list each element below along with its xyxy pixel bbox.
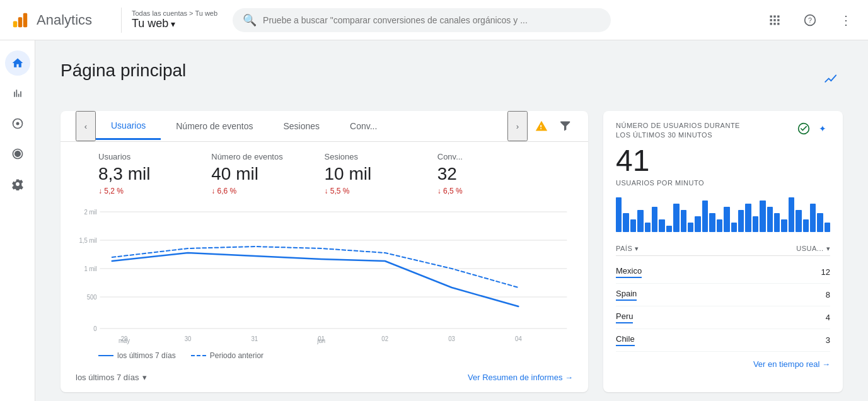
insights-button[interactable]	[818, 66, 843, 91]
mini-bar	[681, 210, 686, 232]
tab-usuarios[interactable]: Usuarios	[96, 113, 161, 140]
legend-line-solid	[98, 355, 113, 356]
app-header: Analytics Todas las cuentas > Tu web Tu …	[0, 0, 868, 40]
legend-line-dashed	[191, 355, 206, 356]
svg-rect-1	[18, 17, 22, 27]
svg-text:1,5 mil: 1,5 mil	[79, 237, 96, 244]
realtime-sparkle-button[interactable]: ✦	[815, 121, 830, 136]
mini-bar	[724, 207, 729, 232]
svg-text:1 mil: 1 mil	[84, 265, 96, 272]
chart-area: 2 mil 1,5 mil 1 mil 500 0 29 may 30 31 0…	[61, 206, 588, 346]
site-selector[interactable]: Tu web ▾	[132, 17, 217, 30]
tabs-next-button[interactable]: ›	[507, 111, 528, 141]
mini-bar	[767, 207, 773, 232]
svg-rect-2	[23, 13, 27, 26]
svg-rect-6	[770, 19, 772, 21]
app-layout: Página principal ‹ Usuarios Número de ev…	[0, 0, 868, 401]
mini-bar	[673, 204, 679, 232]
svg-text:03: 03	[448, 335, 455, 342]
mini-bar	[810, 204, 816, 232]
svg-text:2 mil: 2 mil	[84, 209, 96, 216]
svg-text:30: 30	[185, 335, 192, 342]
sidebar-item-advertising[interactable]	[5, 141, 30, 166]
country-value: 3	[826, 335, 830, 345]
country-table-header: PAÍS ▾ USUA... ▾	[616, 242, 830, 256]
apps-grid-button[interactable]	[762, 8, 787, 33]
realtime-footer: Ver en tiempo real →	[616, 352, 830, 369]
svg-rect-10	[773, 23, 775, 25]
advertising-icon	[11, 148, 24, 160]
metric-conv: Conv... 32 ↓ 6,5 %	[437, 152, 550, 195]
breadcrumb-top: Todas las cuentas > Tu web	[132, 9, 217, 17]
table-row: Peru 4	[616, 306, 830, 329]
metric-label-0: Usuarios	[98, 152, 211, 161]
country-value: 4	[826, 313, 830, 322]
tab-sesiones[interactable]: Sesiones	[268, 113, 335, 139]
svg-text:04: 04	[515, 335, 522, 342]
mini-bar	[645, 223, 651, 232]
sidebar-item-reports[interactable]	[5, 81, 30, 106]
realtime-header: NÚMERO DE USUARIOS DURANTE LOS ÚLTIMOS 3…	[616, 121, 830, 141]
sidebar-item-explore[interactable]	[5, 111, 30, 136]
sidebar-item-home[interactable]	[5, 50, 30, 76]
cards-row: ‹ Usuarios Número de eventos Sesiones Co…	[61, 111, 843, 392]
mini-bar	[616, 197, 622, 232]
tab-eventos[interactable]: Número de eventos	[161, 113, 268, 139]
view-realtime-link[interactable]: Ver en tiempo real →	[753, 359, 830, 369]
tabs-prev-button[interactable]: ‹	[76, 111, 96, 141]
svg-rect-3	[770, 15, 772, 17]
configure-icon	[11, 178, 24, 190]
realtime-title: NÚMERO DE USUARIOS DURANTE LOS ÚLTIMOS 3…	[616, 121, 755, 141]
date-range-selector[interactable]: los últimos 7 días ▾	[76, 373, 147, 382]
more-options-button[interactable]: ⋮	[833, 8, 858, 33]
search-bar[interactable]: 🔍	[233, 8, 611, 32]
main-content: Página principal ‹ Usuarios Número de ev…	[35, 40, 868, 401]
col-header-country[interactable]: PAÍS ▾	[616, 245, 639, 253]
metric-usuarios: Usuarios 8,3 mil ↓ 5,2 %	[98, 152, 211, 195]
alert-icon-button[interactable]	[533, 117, 550, 135]
mini-bar	[709, 213, 715, 232]
col-header-users[interactable]: USUA... ▾	[796, 245, 830, 253]
customize-button[interactable]	[555, 117, 573, 135]
metric-number-0: 8,3 mil	[98, 164, 211, 184]
reports-icon	[11, 87, 24, 100]
search-icon: 🔍	[243, 13, 257, 27]
metric-change-0: ↓ 5,2 %	[98, 187, 211, 195]
svg-rect-5	[777, 15, 779, 17]
search-input[interactable]	[263, 15, 601, 25]
svg-text:0: 0	[93, 325, 97, 332]
country-table: Mexico 12 Spain 8 Peru 4 Chile 3	[616, 261, 830, 352]
table-row: Mexico 12	[616, 261, 830, 284]
legend-current: los últimos 7 días	[98, 351, 176, 360]
svg-rect-0	[13, 21, 17, 27]
realtime-actions: ✦	[797, 121, 830, 136]
sidebar-item-configure[interactable]	[5, 171, 30, 197]
metric-change-2: ↓ 5,5 %	[325, 187, 437, 195]
col-sort-icon: ▾	[635, 245, 639, 253]
date-range-chevron: ▾	[142, 373, 147, 382]
app-name: Analytics	[37, 12, 92, 28]
mini-bar	[789, 197, 794, 232]
metric-sesiones: Sesiones 10 mil ↓ 5,5 %	[325, 152, 437, 195]
mini-bar	[637, 210, 643, 232]
metric-number-2: 10 mil	[325, 164, 437, 184]
help-button[interactable]: ?	[797, 8, 823, 33]
header-divider	[121, 8, 122, 33]
metric-label-2: Sesiones	[325, 152, 437, 161]
mini-bar	[702, 200, 708, 232]
realtime-card: NÚMERO DE USUARIOS DURANTE LOS ÚLTIMOS 3…	[603, 111, 843, 392]
home-icon	[11, 57, 24, 69]
view-reports-link[interactable]: Ver Resumen de informes →	[468, 373, 573, 382]
svg-rect-7	[773, 19, 775, 21]
mini-bar	[825, 223, 830, 232]
customize-icon	[558, 120, 570, 132]
mini-bar	[745, 204, 751, 232]
chart-legend: los últimos 7 días Periodo anterior	[61, 346, 588, 365]
metric-change-1: ↓ 6,6 %	[211, 187, 324, 195]
grid-icon	[768, 14, 781, 26]
metrics-tabs: ‹ Usuarios Número de eventos Sesiones Co…	[61, 111, 588, 142]
svg-rect-11	[777, 23, 779, 25]
line-chart: 2 mil 1,5 mil 1 mil 500 0 29 may 30 31 0…	[76, 206, 573, 344]
metric-label-3: Conv...	[437, 152, 550, 161]
tab-conv[interactable]: Conv...	[335, 113, 392, 139]
